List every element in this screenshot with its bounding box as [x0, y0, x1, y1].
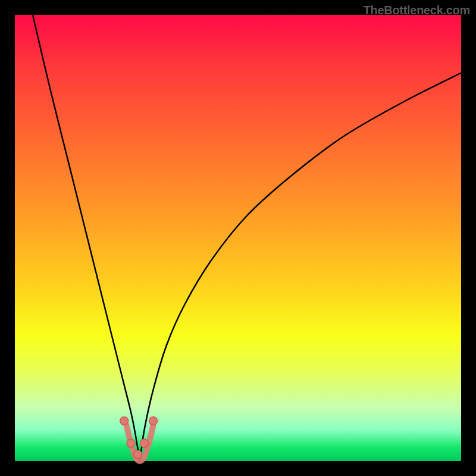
curve-right [140, 73, 461, 462]
bottleneck-curve [15, 15, 461, 461]
data-marker [127, 439, 135, 447]
plot-area [15, 15, 461, 461]
data-marker [140, 439, 149, 447]
data-marker [133, 450, 142, 459]
curve-left [33, 15, 140, 461]
data-marker [120, 417, 129, 425]
watermark-text: TheBottleneck.com [364, 4, 470, 17]
data-marker [149, 417, 158, 425]
